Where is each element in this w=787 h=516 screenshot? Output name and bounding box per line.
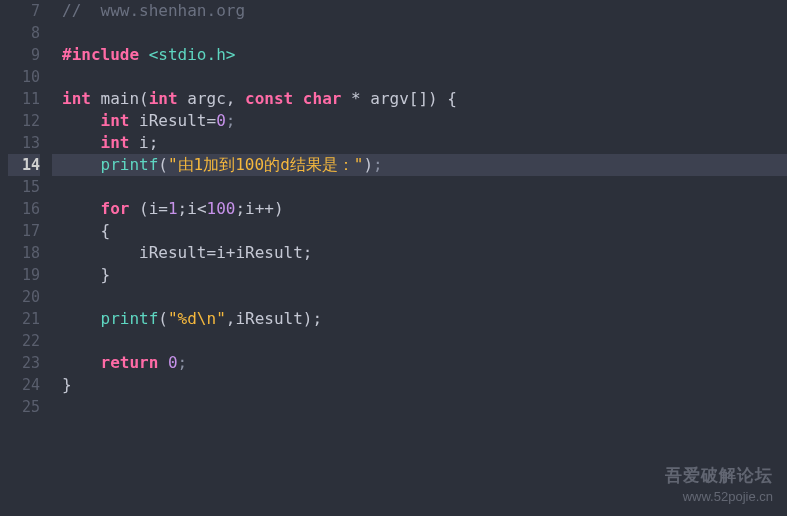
line-number: 24: [8, 374, 40, 396]
identifier: i;: [129, 133, 158, 152]
type-keyword: int: [101, 133, 130, 152]
code-line[interactable]: [52, 330, 787, 352]
code-line[interactable]: int main(int argc, const char * argv[]) …: [52, 88, 787, 110]
keyword: for: [101, 199, 130, 218]
line-number: 20: [8, 286, 40, 308]
identifier: iResult=: [129, 111, 216, 130]
code-line[interactable]: [52, 66, 787, 88]
line-number: 21: [8, 308, 40, 330]
preprocessor: #include: [62, 45, 139, 64]
string-literal: "%d\n": [168, 309, 226, 328]
line-number: 25: [8, 396, 40, 418]
paren: (: [158, 309, 168, 328]
punctuation: ;: [178, 353, 188, 372]
punctuation: ;: [226, 111, 236, 130]
line-number: 22: [8, 330, 40, 352]
identifier: ;i<: [178, 199, 207, 218]
line-number: 23: [8, 352, 40, 374]
identifier: * argv[]) {: [341, 89, 457, 108]
keyword: return: [101, 353, 159, 372]
code-line[interactable]: int iResult=0;: [52, 110, 787, 132]
code-line[interactable]: for (i=1;i<100;i++): [52, 198, 787, 220]
brace: }: [62, 375, 72, 394]
code-line-active[interactable]: printf("由1加到100的d结果是：");: [52, 154, 787, 176]
space: [158, 353, 168, 372]
line-number: 15: [8, 176, 40, 198]
identifier: ;i++): [235, 199, 283, 218]
string-literal: "由1加到100的d结果是：": [168, 155, 363, 174]
line-number: 17: [8, 220, 40, 242]
code-line[interactable]: [52, 286, 787, 308]
line-number: 12: [8, 110, 40, 132]
number-literal: 0: [216, 111, 226, 130]
code-line[interactable]: {: [52, 220, 787, 242]
code-line[interactable]: }: [52, 264, 787, 286]
type-keyword: const: [245, 89, 293, 108]
space: [293, 89, 303, 108]
line-number: 9: [8, 44, 40, 66]
code-line[interactable]: [52, 396, 787, 418]
code-line[interactable]: // www.shenhan.org: [52, 0, 787, 22]
number-literal: 100: [207, 199, 236, 218]
number-literal: 1: [168, 199, 178, 218]
code-line[interactable]: [52, 22, 787, 44]
line-number: 19: [8, 264, 40, 286]
code-line[interactable]: [52, 176, 787, 198]
type-keyword: char: [303, 89, 342, 108]
brace: {: [101, 221, 111, 240]
paren: ): [363, 155, 373, 174]
identifier: iResult=i+iResult;: [139, 243, 312, 262]
identifier: ,iResult);: [226, 309, 322, 328]
code-area[interactable]: // www.shenhan.org #include <stdio.h> in…: [52, 0, 787, 516]
number-literal: 0: [168, 353, 178, 372]
line-number-active: 14: [8, 154, 40, 176]
function-name: printf: [101, 155, 159, 174]
brace: }: [101, 265, 111, 284]
identifier: (i=: [129, 199, 168, 218]
code-line[interactable]: iResult=i+iResult;: [52, 242, 787, 264]
line-number: 11: [8, 88, 40, 110]
punctuation: ;: [373, 155, 383, 174]
identifier: main(: [91, 89, 149, 108]
type-keyword: int: [101, 111, 130, 130]
function-name: printf: [101, 309, 159, 328]
code-editor[interactable]: 7 8 9 10 11 12 13 14 15 16 17 18 19 20 2…: [0, 0, 787, 516]
line-number: 7: [8, 0, 40, 22]
line-gutter: 7 8 9 10 11 12 13 14 15 16 17 18 19 20 2…: [0, 0, 52, 516]
identifier: argc,: [178, 89, 245, 108]
code-line[interactable]: #include <stdio.h>: [52, 44, 787, 66]
code-line[interactable]: return 0;: [52, 352, 787, 374]
line-number: 10: [8, 66, 40, 88]
code-line[interactable]: int i;: [52, 132, 787, 154]
code-line[interactable]: }: [52, 374, 787, 396]
type-keyword: int: [62, 89, 91, 108]
code-line[interactable]: printf("%d\n",iResult);: [52, 308, 787, 330]
comment-text: // www.shenhan.org: [62, 1, 245, 20]
paren: (: [158, 155, 168, 174]
line-number: 13: [8, 132, 40, 154]
type-keyword: int: [149, 89, 178, 108]
include-path: <stdio.h>: [139, 45, 235, 64]
line-number: 16: [8, 198, 40, 220]
line-number: 8: [8, 22, 40, 44]
line-number: 18: [8, 242, 40, 264]
